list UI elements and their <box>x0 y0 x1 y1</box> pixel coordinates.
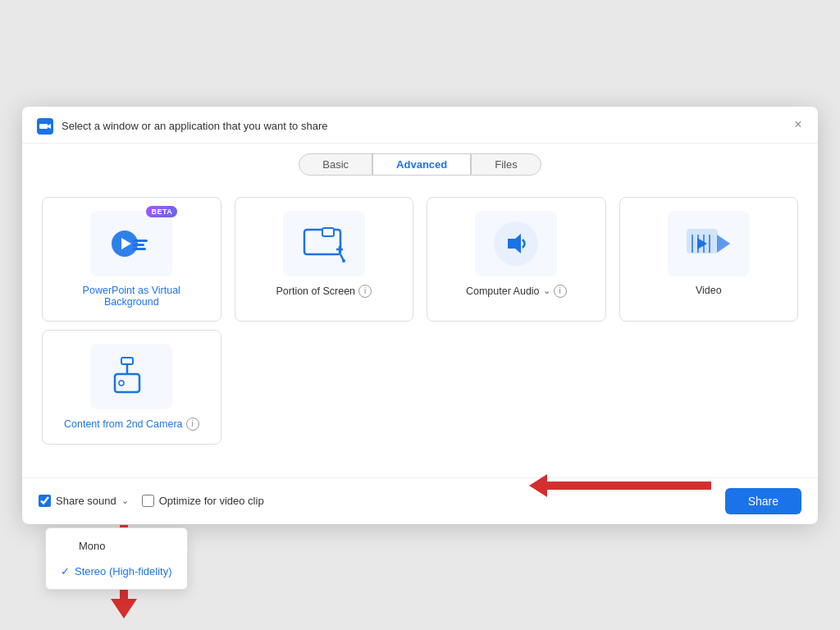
audio-chevron-icon[interactable]: ⌄ <box>543 285 550 296</box>
tab-bar: Basic Advanced Files <box>22 144 818 184</box>
dropdown-stereo[interactable]: ✓ Stereo (High-fidelity) <box>46 559 187 584</box>
card-audio[interactable]: Computer Audio ⌄ i <box>427 197 606 322</box>
camera-info-icon[interactable]: i <box>186 418 199 431</box>
card-portion[interactable]: Portion of Screen i <box>235 197 414 322</box>
share-sound-chevron[interactable]: ⌄ <box>121 495 129 506</box>
svg-rect-22 <box>121 358 133 364</box>
video-label: Video <box>696 285 722 296</box>
audio-circle <box>494 221 538 266</box>
video-icon <box>684 223 733 264</box>
bottom-bar: Share sound ⌄ Optimize for video clip Sh… <box>22 477 818 524</box>
card-powerpoint[interactable]: BETA PowerPoint as Virtual Background <box>42 197 221 322</box>
svg-marker-12 <box>508 234 521 253</box>
svg-rect-4 <box>133 248 146 250</box>
portion-info-icon[interactable]: i <box>358 285 372 298</box>
card-video[interactable]: Video <box>619 197 799 322</box>
portion-icon <box>298 221 350 266</box>
camera-icon-wrapper <box>90 344 172 409</box>
portion-label: Portion of Screen i <box>276 285 372 298</box>
svg-rect-2 <box>133 240 148 242</box>
share-sound-checkbox[interactable] <box>39 495 51 507</box>
portion-icon-wrapper <box>283 211 365 276</box>
audio-icon-wrapper <box>475 211 557 276</box>
share-sound-dropdown: Mono ✓ Stereo (High-fidelity) <box>45 527 188 590</box>
share-button[interactable]: Share <box>725 488 801 514</box>
svg-rect-3 <box>133 244 144 246</box>
check-icon: ✓ <box>61 565 70 578</box>
svg-point-7 <box>342 259 345 262</box>
camera-label: Content from 2nd Camera i <box>64 418 199 431</box>
share-dialog: Select a window or an application that y… <box>22 107 818 524</box>
audio-icon <box>504 231 528 256</box>
camera-icon <box>107 354 156 399</box>
card-camera[interactable]: Content from 2nd Camera i <box>42 330 221 445</box>
tab-files[interactable]: Files <box>471 153 541 176</box>
svg-rect-8 <box>322 228 334 236</box>
audio-info-icon[interactable]: i <box>554 285 567 298</box>
dropdown-mono[interactable]: Mono <box>46 533 187 559</box>
close-button[interactable]: × <box>790 116 806 133</box>
zoom-logo <box>37 118 53 135</box>
svg-marker-19 <box>717 235 730 253</box>
svg-point-23 <box>119 381 124 386</box>
optimize-label[interactable]: Optimize for video clip <box>142 495 264 507</box>
video-icon-wrapper <box>668 211 750 276</box>
optimize-checkbox[interactable] <box>142 495 154 507</box>
powerpoint-icon <box>107 221 156 266</box>
tab-basic[interactable]: Basic <box>299 153 372 176</box>
share-sound-label[interactable]: Share sound ⌄ <box>39 495 129 507</box>
powerpoint-label: PowerPoint as Virtual Background <box>56 285 208 308</box>
beta-badge: BETA <box>146 206 177 217</box>
powerpoint-icon-wrapper: BETA <box>90 211 172 276</box>
audio-label: Computer Audio ⌄ i <box>466 285 567 298</box>
dialog-title: Select a window or an application that y… <box>62 120 803 132</box>
cards-row1: BETA PowerPoint as Virtual Background <box>22 184 818 330</box>
arrow-head-down <box>111 599 137 619</box>
tab-advanced[interactable]: Advanced <box>372 153 471 176</box>
cards-row2: Content from 2nd Camera i <box>22 330 818 453</box>
spacer <box>22 453 818 477</box>
dialog-header: Select a window or an application that y… <box>22 107 818 144</box>
